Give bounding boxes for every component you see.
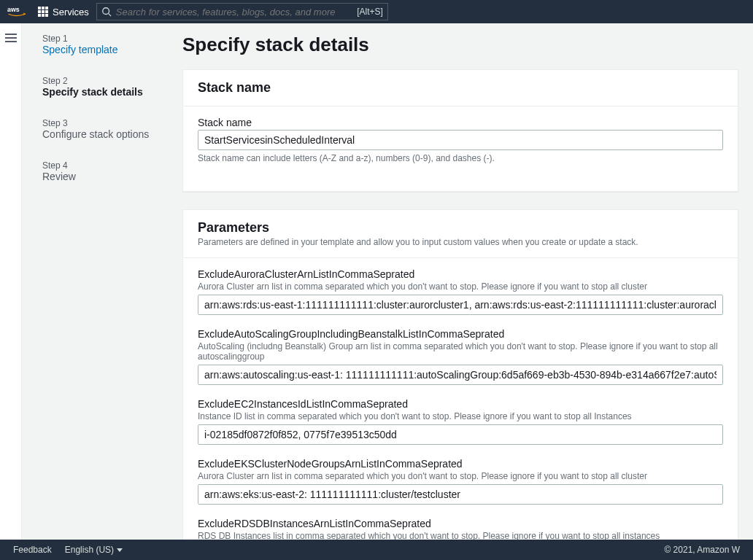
top-nav: aws Services [Alt+S] [0, 0, 753, 23]
step-2: Step 2 Specify stack details [42, 76, 175, 98]
param-label: ExcludeEKSClusterNodeGroupsArnListInComm… [198, 458, 723, 470]
param-label: ExcludeEC2InstancesIdListInCommaSeprated [198, 398, 723, 410]
step-1[interactable]: Step 1 Specify template [42, 34, 175, 55]
stack-name-label: Stack name [198, 117, 723, 128]
copyright: © 2021, Amazon W [664, 545, 740, 555]
search-icon [101, 7, 112, 17]
svg-line-2 [108, 14, 111, 17]
param-field: ExcludeAuroraClusterArnListInCommaSeprat… [198, 268, 723, 315]
hamburger-icon[interactable] [5, 34, 17, 42]
parameters-heading: Parameters [198, 220, 723, 236]
language-selector[interactable]: English (US) [65, 545, 123, 555]
param-input[interactable] [198, 365, 723, 385]
svg-point-1 [103, 8, 109, 15]
search-shortcut: [Alt+S] [357, 7, 383, 17]
stack-name-hint: Stack name can include letters (A-Z and … [198, 153, 723, 163]
search-box[interactable]: [Alt+S] [96, 3, 388, 20]
parameters-panel: Parameters Parameters are defined in you… [182, 209, 738, 540]
stack-name-input[interactable] [198, 130, 723, 150]
footer: Feedback English (US) © 2021, Amazon W [0, 540, 753, 560]
param-desc: AutoScaling (includng Beanstalk) Group a… [198, 341, 723, 362]
step-3: Step 3 Configure stack options [42, 118, 175, 140]
services-label: Services [53, 7, 89, 18]
param-input[interactable] [198, 424, 723, 445]
param-desc: Aurora Cluster arn list in comma separat… [198, 281, 723, 292]
param-input[interactable] [198, 484, 723, 505]
param-desc: Instance ID list in comma separated whic… [198, 411, 723, 421]
left-rail [0, 23, 22, 540]
param-input[interactable] [198, 295, 723, 315]
feedback-link[interactable]: Feedback [13, 545, 52, 555]
param-field: ExcludeEKSClusterNodeGroupsArnListInComm… [198, 458, 723, 505]
stack-name-panel: Stack name Stack name Stack name can inc… [182, 69, 738, 192]
param-label: ExcludeAuroraClusterArnListInCommaSeprat… [198, 268, 723, 280]
param-field: ExcludeAutoScalingGroupIncludingBeanstal… [198, 328, 723, 385]
grid-icon [38, 7, 48, 17]
param-label: ExcludeRDSDBInstancesArnListInCommaSepra… [198, 518, 723, 529]
step-4: Step 4 Review [42, 160, 175, 182]
wizard-steps: Step 1 Specify template Step 2 Specify s… [22, 23, 182, 540]
services-menu[interactable]: Services [38, 7, 89, 18]
param-field: ExcludeEC2InstancesIdListInCommaSeprated… [198, 398, 723, 445]
svg-text:aws: aws [7, 6, 20, 13]
param-label: ExcludeAutoScalingGroupIncludingBeanstal… [198, 328, 723, 340]
param-desc: Aurora Cluster arn list in comma separat… [198, 471, 723, 481]
search-input[interactable] [116, 7, 357, 18]
stack-name-heading: Stack name [198, 80, 723, 96]
param-field: ExcludeRDSDBInstancesArnListInCommaSepra… [198, 518, 723, 540]
page-title: Specify stack details [182, 34, 738, 56]
param-desc: RDS DB Instances list in comma separated… [198, 531, 723, 540]
parameters-sub: Parameters are defined in your template … [198, 237, 723, 247]
aws-logo-icon[interactable]: aws [7, 4, 31, 19]
main-content: Specify stack details Stack name Stack n… [182, 23, 753, 540]
caret-down-icon [117, 548, 123, 552]
